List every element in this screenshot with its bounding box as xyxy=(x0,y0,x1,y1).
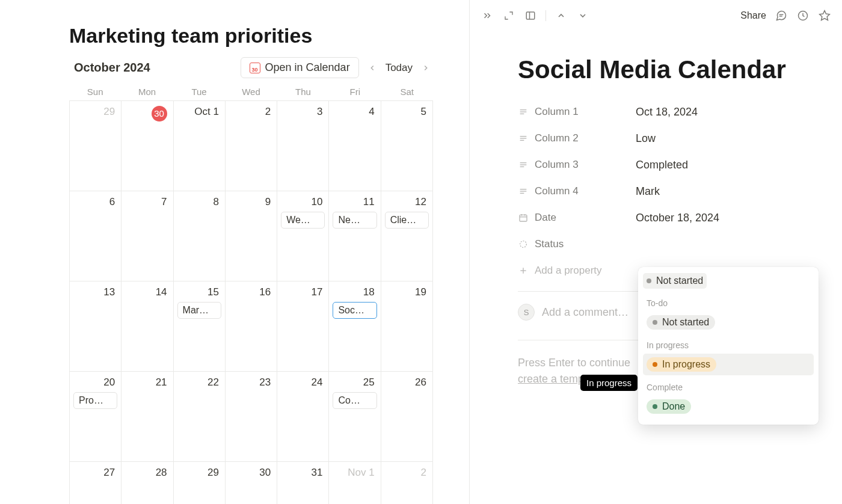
property-value[interactable]: Oct 18, 2024 xyxy=(636,106,698,118)
calendar-cell[interactable]: 30 xyxy=(226,462,277,504)
share-button[interactable]: Share xyxy=(740,10,766,21)
calendar-cell[interactable]: 22 xyxy=(174,372,226,462)
text-property-icon xyxy=(518,159,529,170)
plus-icon xyxy=(518,265,529,276)
calendar-day-number: 12 xyxy=(385,195,429,209)
property-row[interactable]: Status xyxy=(518,231,806,257)
calendar-month-label[interactable]: October 2024 xyxy=(69,61,150,75)
calendar-cell[interactable]: 23 xyxy=(226,372,277,462)
calendar-event[interactable]: Co… xyxy=(333,392,376,409)
calendar-cell[interactable]: 19 xyxy=(381,281,433,372)
expand-icon[interactable] xyxy=(502,9,515,22)
calendar-cell[interactable]: 7 xyxy=(121,191,173,281)
property-row[interactable]: Column 1Oct 18, 2024 xyxy=(518,99,806,125)
calendar-day-number: 29 xyxy=(73,105,117,119)
property-value[interactable]: October 18, 2024 xyxy=(636,212,719,224)
page-title: Marketing team priorities xyxy=(69,24,433,48)
calendar-day-number: Nov 1 xyxy=(333,466,376,480)
calendar-day-number: 20 xyxy=(73,375,117,390)
calendar-cell[interactable]: 2 xyxy=(226,101,277,191)
calendar-cell[interactable]: 11Ne… xyxy=(329,191,381,281)
calendar-cell[interactable]: 30 xyxy=(121,101,173,191)
calendar-cell[interactable]: 2 xyxy=(381,462,433,504)
prev-record-button[interactable] xyxy=(555,9,568,22)
status-dot-icon xyxy=(647,278,651,283)
calendar-cell[interactable]: 28 xyxy=(121,462,173,504)
calendar-day-number: 5 xyxy=(385,105,429,119)
status-popover[interactable]: Not started To-doNot startedIn progressI… xyxy=(638,267,819,425)
property-row[interactable]: Column 4Mark xyxy=(518,178,806,204)
status-option[interactable]: In progress xyxy=(643,354,814,375)
calendar-cell[interactable]: 31 xyxy=(277,462,329,504)
next-record-button[interactable] xyxy=(576,9,589,22)
property-value[interactable]: Mark xyxy=(636,185,660,198)
calendar-day-number: 11 xyxy=(333,195,376,209)
calendar-cell[interactable]: 29 xyxy=(174,462,226,504)
calendar-cell[interactable]: 12Clie… xyxy=(381,191,433,281)
calendar-cell[interactable]: 21 xyxy=(121,372,173,462)
property-row[interactable]: Column 2Low xyxy=(518,125,806,152)
calendar-cell[interactable]: 18Soc… xyxy=(329,281,381,372)
calendar-cell[interactable]: 8 xyxy=(174,191,226,281)
property-label: Column 4 xyxy=(518,185,626,197)
property-row[interactable]: Column 3Completed xyxy=(518,152,806,178)
calendar-event[interactable]: Ne… xyxy=(333,212,376,229)
calendar-cell[interactable]: 6 xyxy=(70,191,121,281)
calendar-cell[interactable]: Nov 1 xyxy=(329,462,381,504)
svg-point-22 xyxy=(520,241,527,248)
calendar-cell[interactable]: 20Pro… xyxy=(70,372,121,462)
open-in-calendar-button[interactable]: 30 Open in Calendar xyxy=(241,57,359,78)
prev-month-button[interactable] xyxy=(365,61,380,75)
calendar-cell[interactable]: 14 xyxy=(121,281,173,372)
favorite-icon[interactable] xyxy=(818,9,831,22)
calendar-event[interactable]: Pro… xyxy=(73,392,117,409)
calendar-cell[interactable]: 4 xyxy=(329,101,381,191)
calendar-cell[interactable]: 26 xyxy=(381,372,433,462)
property-value[interactable]: Completed xyxy=(636,159,688,171)
calendar-cell[interactable]: 15Mar… xyxy=(174,281,226,372)
comments-icon[interactable] xyxy=(775,9,788,22)
status-option[interactable]: Not started xyxy=(643,312,814,333)
calendar-cell[interactable]: 9 xyxy=(226,191,277,281)
calendar-cell[interactable]: Oct 1 xyxy=(174,101,226,191)
calendar-day-number: 13 xyxy=(73,285,117,300)
calendar-day-number: 26 xyxy=(385,375,429,390)
calendar-event[interactable]: We… xyxy=(281,212,325,229)
calendar-event[interactable]: Mar… xyxy=(177,302,221,319)
calendar-cell[interactable]: 5 xyxy=(381,101,433,191)
today-button[interactable]: Today xyxy=(386,62,413,74)
calendar-cell[interactable]: 25Co… xyxy=(329,372,381,462)
calendar-day-number: 19 xyxy=(385,285,429,300)
updates-icon[interactable] xyxy=(796,9,810,22)
calendar-cell[interactable]: 29 xyxy=(70,101,121,191)
calendar-day-headers: Sun Mon Tue Wed Thu Fri Sat xyxy=(69,87,433,100)
calendar-cell[interactable]: 3 xyxy=(277,101,329,191)
calendar-cell[interactable]: 24 xyxy=(277,372,329,462)
calendar-day-number: 23 xyxy=(229,375,273,390)
text-property-icon xyxy=(518,106,529,117)
property-label: Column 1 xyxy=(518,106,626,118)
status-property-icon xyxy=(518,239,529,250)
calendar-cell[interactable]: 13 xyxy=(70,281,121,372)
text-property-icon xyxy=(518,186,529,197)
calendar-event[interactable]: Clie… xyxy=(385,212,429,229)
calendar-cell[interactable]: 16 xyxy=(226,281,277,372)
calendar-event[interactable]: Soc… xyxy=(333,302,376,319)
property-value[interactable]: Low xyxy=(636,132,656,145)
tooltip: In progress xyxy=(580,375,638,391)
peek-mode-icon[interactable] xyxy=(524,9,537,22)
status-group-label: In progress xyxy=(638,334,819,352)
calendar-cell[interactable]: 10We… xyxy=(277,191,329,281)
property-row[interactable]: DateOctober 18, 2024 xyxy=(518,204,806,231)
collapse-icon[interactable] xyxy=(481,9,494,22)
open-in-calendar-label: Open in Calendar xyxy=(265,61,350,74)
status-option[interactable]: Done xyxy=(643,396,814,417)
detail-title[interactable]: Social Media Calendar xyxy=(518,55,806,84)
calendar-day-number: 22 xyxy=(177,375,221,390)
next-month-button[interactable] xyxy=(419,61,433,75)
status-current-value[interactable]: Not started xyxy=(643,273,707,289)
property-label: Column 2 xyxy=(518,132,626,144)
calendar-day-number: Oct 1 xyxy=(177,105,221,119)
calendar-cell[interactable]: 27 xyxy=(70,462,121,504)
calendar-cell[interactable]: 17 xyxy=(277,281,329,372)
